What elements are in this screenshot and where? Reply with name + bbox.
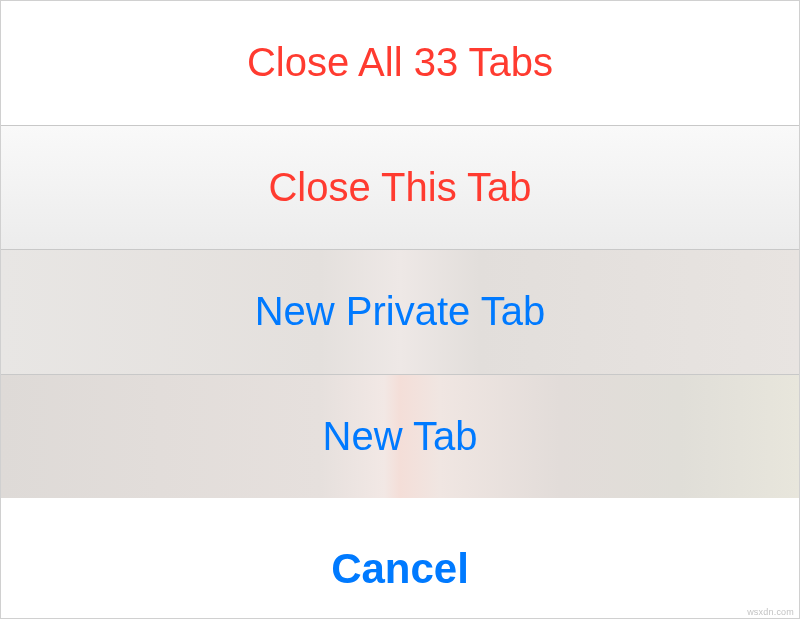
group-separator bbox=[1, 498, 799, 520]
close-all-tabs-button[interactable]: Close All 33 Tabs bbox=[1, 1, 799, 126]
new-private-tab-button[interactable]: New Private Tab bbox=[1, 250, 799, 375]
close-this-tab-label: Close This Tab bbox=[268, 165, 531, 210]
new-tab-label: New Tab bbox=[323, 414, 478, 459]
new-private-tab-label: New Private Tab bbox=[255, 289, 546, 334]
action-sheet-options: Close All 33 Tabs Close This Tab New Pri… bbox=[1, 1, 799, 498]
cancel-label: Cancel bbox=[331, 545, 469, 593]
close-all-tabs-label: Close All 33 Tabs bbox=[247, 40, 553, 85]
close-this-tab-button[interactable]: Close This Tab bbox=[1, 126, 799, 251]
cancel-button[interactable]: Cancel bbox=[1, 520, 799, 618]
new-tab-button[interactable]: New Tab bbox=[1, 375, 799, 499]
watermark: wsxdn.com bbox=[747, 607, 794, 617]
action-sheet: Close All 33 Tabs Close This Tab New Pri… bbox=[0, 0, 800, 619]
